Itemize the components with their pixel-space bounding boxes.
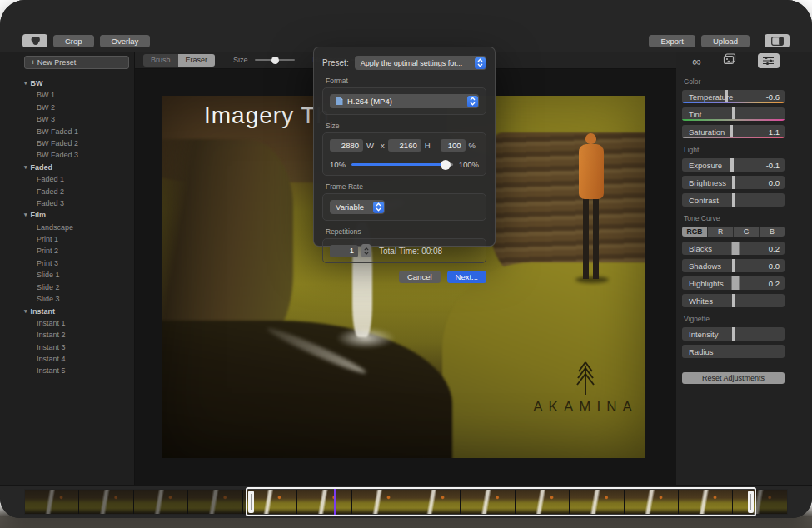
adjustment-slider-radius[interactable]: Radius	[682, 345, 785, 358]
adjustment-slider-highlights[interactable]: Highlights0.2	[682, 276, 785, 290]
size-slider-knob[interactable]	[271, 57, 279, 64]
preset-dropdown[interactable]: Apply the optimal settings for...	[355, 56, 486, 70]
preset-item[interactable]: BW 3	[24, 113, 129, 125]
adjustments-panel: ∞	[676, 52, 812, 485]
slider-label: Saturation	[689, 127, 725, 137]
trim-handle-left[interactable]	[248, 491, 254, 513]
trim-handle-right[interactable]	[748, 491, 754, 513]
crop-button[interactable]: Crop	[53, 35, 94, 47]
reset-adjustments-button[interactable]: Reset Adjustments	[682, 372, 785, 384]
format-groupbox: H.264 (MP4)	[322, 87, 486, 115]
adjustment-slider-shadows[interactable]: Shadows0.0	[682, 259, 785, 272]
overlay-button[interactable]: Overlay	[100, 35, 151, 47]
slider-handle[interactable]	[731, 242, 740, 255]
section-title: Tone Curve	[684, 214, 785, 222]
repetitions-field[interactable]: 1	[330, 245, 358, 257]
upload-button[interactable]: Upload	[701, 35, 750, 47]
photos-icon[interactable]	[723, 53, 736, 68]
next-button[interactable]: Next...	[447, 271, 486, 283]
tone-tab-rgb[interactable]: RGB	[682, 227, 708, 237]
loop-icon[interactable]: ∞	[692, 55, 701, 67]
height-field[interactable]: 2160	[388, 139, 421, 152]
slider-handle[interactable]	[732, 294, 735, 307]
section-title: Light	[684, 146, 785, 154]
new-preset-button[interactable]: + New Preset	[24, 56, 129, 69]
adjustment-slider-saturation[interactable]: Saturation1.1	[682, 125, 785, 138]
size-section-label: Size	[326, 122, 486, 130]
preset-item[interactable]: Print 2	[24, 245, 129, 257]
export-button[interactable]: Export	[649, 35, 695, 47]
adjustment-slider-blacks[interactable]: Blacks0.2	[682, 242, 785, 255]
frame-rate-dropdown[interactable]: Variable	[330, 200, 385, 214]
brush-segment[interactable]: Brush	[143, 54, 178, 67]
width-field[interactable]: 2880	[330, 139, 363, 152]
preset-item[interactable]: Faded 1	[24, 173, 129, 185]
preset-item[interactable]: BW Faded 2	[24, 137, 129, 149]
adjustment-slider-tint[interactable]: Tint	[682, 107, 785, 121]
slider-handle[interactable]	[732, 176, 735, 189]
preset-item[interactable]: Slide 1	[24, 269, 129, 281]
desktop: Crop Overlay Export Upload + New Preset …	[0, 0, 812, 528]
disclosure-triangle-icon[interactable]: ▾	[24, 212, 27, 218]
preset-item[interactable]: Print 1	[24, 233, 129, 245]
slider-handle[interactable]	[732, 327, 735, 341]
panel-mode-icons: ∞	[682, 52, 785, 70]
adjustments-icon[interactable]	[758, 53, 780, 68]
preset-item[interactable]: Instant 2	[24, 329, 129, 341]
preset-item[interactable]: Instant 1	[24, 317, 129, 329]
preset-item[interactable]: Faded 2	[24, 186, 129, 197]
adjustment-slider-whites[interactable]: Whites	[682, 294, 785, 307]
preset-group-bw[interactable]: ▾BW	[24, 77, 129, 89]
slider-label: Radius	[689, 347, 714, 356]
disclosure-triangle-icon[interactable]: ▾	[24, 164, 27, 171]
tone-tab-g[interactable]: G	[734, 227, 760, 237]
preset-item[interactable]: BW 2	[24, 102, 129, 113]
preset-item[interactable]: BW Faded 1	[24, 126, 129, 137]
adjustment-slider-temperature[interactable]: Temperature-0.6	[682, 90, 785, 103]
preset-item[interactable]: BW 1	[24, 89, 129, 101]
scale-field[interactable]: 100	[441, 139, 466, 152]
slider-gradient	[682, 137, 785, 139]
slider-value: 0.2	[769, 244, 780, 253]
scale-slider-knob[interactable]	[441, 160, 451, 170]
preset-item[interactable]: Landscape	[24, 222, 129, 233]
preset-group-faded[interactable]: ▾Faded	[24, 162, 129, 173]
playhead[interactable]	[334, 489, 336, 515]
width-unit: W	[366, 141, 374, 150]
file-icon	[336, 97, 343, 106]
format-dropdown[interactable]: H.264 (MP4)	[330, 94, 479, 108]
adjustment-slider-exposure[interactable]: Exposure-0.1	[682, 158, 785, 172]
slider-handle[interactable]	[732, 259, 735, 272]
toggle-right-panel-button[interactable]	[765, 34, 790, 47]
titlebar	[0, 0, 812, 32]
slider-handle[interactable]	[730, 158, 734, 172]
color-wheel-button[interactable]	[22, 34, 47, 47]
disclosure-triangle-icon[interactable]: ▾	[24, 80, 27, 87]
adjustment-slider-contrast[interactable]: Contrast	[682, 193, 785, 207]
scale-slider[interactable]	[351, 163, 453, 166]
slider-handle[interactable]	[732, 193, 735, 207]
preset-item[interactable]: Instant 5	[24, 365, 129, 376]
times-label: x	[381, 141, 385, 150]
cancel-button[interactable]: Cancel	[399, 271, 441, 283]
adjustment-slider-intensity[interactable]: Intensity	[682, 327, 785, 341]
preset-item[interactable]: Instant 3	[24, 341, 129, 353]
preset-item[interactable]: Slide 3	[24, 293, 129, 305]
repetitions-stepper[interactable]	[361, 244, 371, 257]
adjustment-slider-brightness[interactable]: Brightness0.0	[682, 176, 785, 189]
eraser-segment[interactable]: Eraser	[178, 54, 216, 67]
size-label: Size	[233, 56, 248, 64]
disclosure-triangle-icon[interactable]: ▾	[24, 308, 27, 315]
tone-tab-r[interactable]: R	[708, 227, 734, 237]
preset-group-instant[interactable]: ▾Instant	[24, 305, 129, 316]
preset-item[interactable]: Instant 4	[24, 353, 129, 365]
preset-group-film[interactable]: ▾Film	[24, 209, 129, 221]
size-slider[interactable]	[255, 59, 295, 61]
slider-handle[interactable]	[731, 276, 740, 290]
preset-item[interactable]: BW Faded 3	[24, 149, 129, 161]
preset-item[interactable]: Slide 2	[24, 281, 129, 293]
trim-selection[interactable]	[246, 487, 756, 516]
preset-item[interactable]: Print 3	[24, 257, 129, 269]
tone-tab-b[interactable]: B	[760, 227, 785, 237]
preset-item[interactable]: Faded 3	[24, 197, 129, 209]
